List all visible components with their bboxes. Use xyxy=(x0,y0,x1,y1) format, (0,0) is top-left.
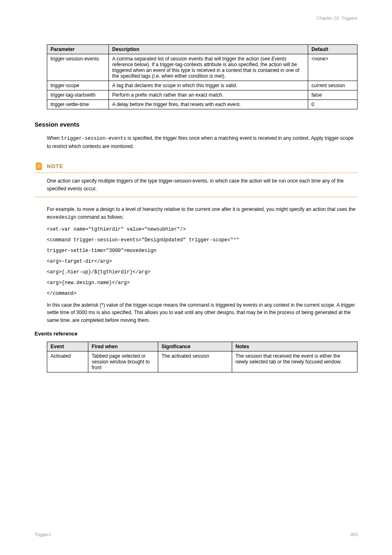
note-text: One action can specify multiple triggers… xyxy=(47,177,357,192)
code-line: trigger-settle-time="3000">movedesign xyxy=(47,247,357,254)
events-reference-heading: Events reference xyxy=(35,331,357,337)
cell-notes: The session that received the event is e… xyxy=(232,352,357,372)
paragraph: When trigger-session-events is specified… xyxy=(47,134,357,150)
page-number: 365 xyxy=(350,532,357,537)
text: command as follows: xyxy=(76,214,124,220)
paragraph: For example, to move a design to a level… xyxy=(47,206,357,221)
note-label: NOTE xyxy=(47,163,63,169)
th-fired-when: Fired when xyxy=(88,342,158,352)
desc-text-post: below). If a trigger-tag-contexts attrib… xyxy=(112,62,300,79)
table-row: Activated Tabbed page selected or sessio… xyxy=(47,352,357,372)
note-icon xyxy=(35,162,44,171)
note-block: NOTE One action can specify multiple tri… xyxy=(35,162,357,197)
cell-desc: A tag that declares the scope in which t… xyxy=(109,81,308,90)
table-row: trigger-scope A tag that declares the sc… xyxy=(47,81,357,90)
th-significance: Significance xyxy=(158,342,232,352)
code-line: <arg>{new.design.name}</arg> xyxy=(47,279,357,287)
code-line: <command trigger-session-events="DesignU… xyxy=(47,236,357,244)
parameters-table: Parameter Description Default trigger-se… xyxy=(47,44,357,109)
cell-default: current session xyxy=(308,81,357,90)
divider-dotted xyxy=(35,172,357,173)
chapter-header: Chapter 10: Triggers xyxy=(316,16,357,21)
cell-default: false xyxy=(308,90,357,100)
code-line: <arg>–target-dir</arg> xyxy=(47,258,357,265)
code-line: </command> xyxy=(47,290,357,297)
table-row: trigger-session-events A comma-separated… xyxy=(47,54,357,81)
divider-dotted xyxy=(35,197,357,197)
th-default: Default xyxy=(308,45,357,54)
code-line: <set-var name="tgthierdir" value="newsub… xyxy=(47,226,357,233)
svg-rect-0 xyxy=(37,165,40,165)
th-description: Description xyxy=(109,45,308,54)
cell-sig: The activated session xyxy=(158,352,232,372)
code-line: <arg>{.hier-up}/${tgthierdir}</arg> xyxy=(47,268,357,276)
cell-event: Activated xyxy=(47,352,88,372)
th-notes: Notes xyxy=(232,342,357,352)
table-row: trigger-settle-time A delay before the t… xyxy=(47,100,357,109)
cell-param: trigger-session-events xyxy=(47,54,109,81)
svg-rect-2 xyxy=(37,167,39,168)
text: For example, to move a design to a level… xyxy=(47,206,355,212)
events-table: Event Fired when Significance Notes Acti… xyxy=(47,342,357,372)
cell-desc: A delay before the trigger fires, that r… xyxy=(109,100,308,109)
th-event: Event xyxy=(47,342,88,352)
cell-when: Tabbed page selected or session window b… xyxy=(88,352,158,372)
text: When xyxy=(47,135,61,141)
attr-name: trigger-session-events xyxy=(61,136,126,141)
cell-default: <none> xyxy=(308,54,357,81)
paragraph: In this case the asterisk (*) value of t… xyxy=(47,301,357,324)
section-session-events: Session events xyxy=(35,121,357,128)
command-name: movedesign xyxy=(47,215,76,220)
cell-default: 0 xyxy=(308,100,357,109)
cell-param: trigger-settle-time xyxy=(47,100,109,109)
desc-text-pre: A comma-separated list of session events… xyxy=(112,56,272,62)
cell-desc: Perform a prefix match rather than an ex… xyxy=(109,90,308,100)
svg-rect-1 xyxy=(37,166,40,166)
th-parameter: Parameter xyxy=(47,45,109,54)
table-row: trigger-tag-startswith Perform a prefix … xyxy=(47,90,357,100)
cell-param: trigger-tag-startswith xyxy=(47,90,109,100)
footer-section: Triggers xyxy=(35,532,51,537)
cell-param: trigger-scope xyxy=(47,81,109,90)
cell-desc: A comma-separated list of session events… xyxy=(109,54,308,81)
